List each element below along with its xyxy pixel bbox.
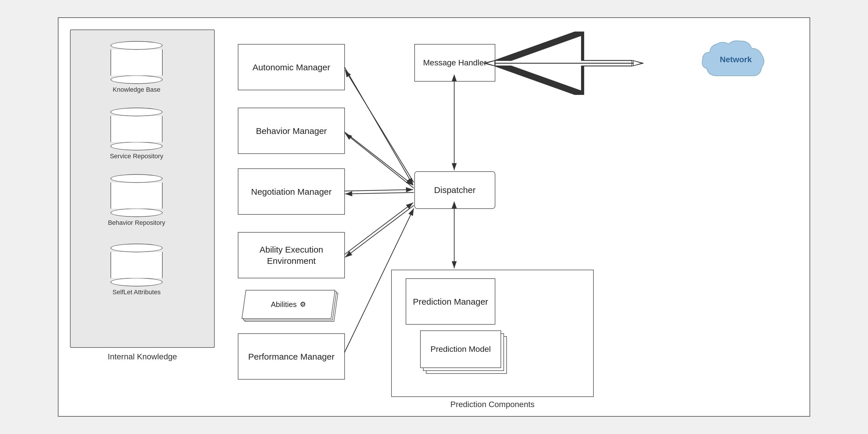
prediction-model-label: Prediction Model	[431, 344, 491, 354]
behavior-repository-label: Behavior Repository	[108, 219, 165, 227]
cylinder-top	[111, 244, 163, 252]
cylinder-top	[111, 41, 163, 50]
behavior-manager-label: Behavior Manager	[256, 125, 327, 136]
prediction-manager-label: Prediction Manager	[413, 296, 488, 307]
dispatcher-box: Dispatcher	[414, 171, 495, 209]
pred-model-front: Prediction Model	[420, 331, 501, 368]
prediction-components-label: Prediction Components	[406, 400, 579, 409]
message-handler-label: Message Handler	[423, 58, 486, 67]
cylinder-bottom	[111, 75, 163, 84]
svg-text:Network: Network	[720, 55, 752, 64]
knowledge-base-cylinder: Knowledge Base	[111, 41, 163, 94]
service-repository-cylinder: Service Repository	[110, 107, 163, 161]
svg-line-7	[344, 132, 413, 185]
cylinder-bottom	[111, 278, 163, 286]
negotiation-manager-label: Negotiation Manager	[251, 186, 332, 197]
svg-line-12	[345, 206, 414, 257]
svg-line-9	[344, 189, 413, 191]
internal-knowledge-label: Internal Knowledge	[70, 352, 215, 361]
cloud-svg: Network	[700, 35, 772, 87]
behavior-repository-cylinder: Behavior Repository	[108, 174, 165, 227]
performance-manager-box: Performance Manager	[238, 333, 345, 380]
cylinder-body	[111, 50, 163, 75]
network-cloud: Network	[700, 35, 772, 89]
ability-execution-label: Ability Execution Environment	[239, 244, 344, 267]
cylinder-bottom	[111, 208, 163, 217]
svg-line-10	[345, 192, 414, 194]
selflet-cylinder: SelfLet Attributes	[111, 244, 163, 297]
ability-execution-box: Ability Execution Environment	[238, 232, 345, 278]
knowledge-base-label: Knowledge Base	[113, 86, 160, 94]
abilities-icon: ⚙	[300, 300, 306, 308]
service-repository-label: Service Repository	[110, 152, 163, 161]
cylinder-top	[111, 107, 163, 116]
performance-manager-label: Performance Manager	[248, 351, 335, 362]
negotiation-manager-box: Negotiation Manager	[238, 168, 345, 215]
autonomic-manager-box: Autonomic Manager	[238, 44, 345, 90]
behavior-manager-box: Behavior Manager	[238, 107, 345, 154]
dispatcher-label: Dispatcher	[434, 185, 475, 195]
diagram-container: Internal Knowledge Knowledge Base Servic…	[58, 18, 810, 416]
cylinder-body	[111, 252, 163, 278]
cylinder-body	[111, 116, 163, 142]
selflet-label: SelfLet Attributes	[113, 288, 161, 297]
message-handler-box: Message Handler	[414, 44, 495, 82]
abilities-label: Abilities	[271, 300, 297, 309]
svg-marker-18	[632, 60, 644, 66]
svg-line-5	[344, 67, 413, 185]
cylinder-top	[111, 174, 163, 183]
svg-line-6	[345, 70, 414, 182]
prediction-manager-box: Prediction Manager	[406, 278, 495, 324]
svg-line-8	[345, 133, 414, 188]
cylinder-bottom	[111, 142, 163, 151]
svg-marker-22	[633, 61, 642, 66]
svg-line-11	[344, 203, 413, 254]
autonomic-manager-label: Autonomic Manager	[253, 62, 330, 73]
cylinder-body	[111, 183, 163, 209]
